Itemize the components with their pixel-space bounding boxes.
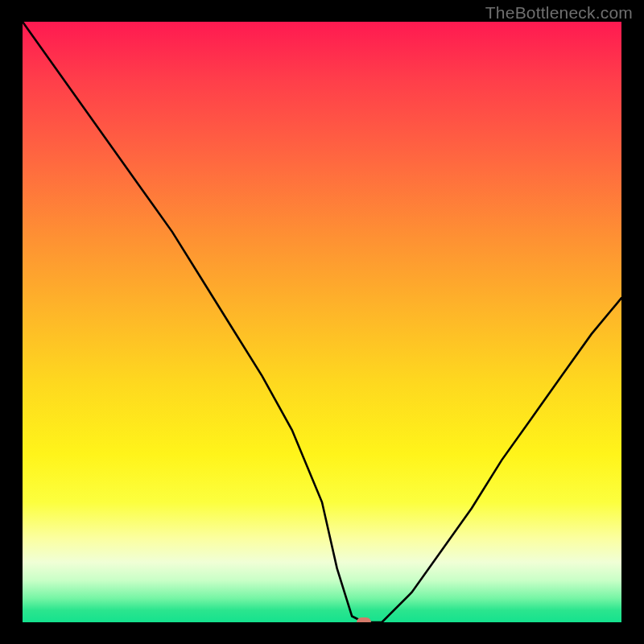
optimum-marker (357, 617, 371, 622)
chart-stage: TheBottleneck.com (0, 0, 644, 644)
bottleneck-curve (23, 22, 621, 622)
curve-svg (23, 22, 621, 622)
watermark-text: TheBottleneck.com (485, 3, 633, 23)
plot-area (23, 22, 621, 622)
